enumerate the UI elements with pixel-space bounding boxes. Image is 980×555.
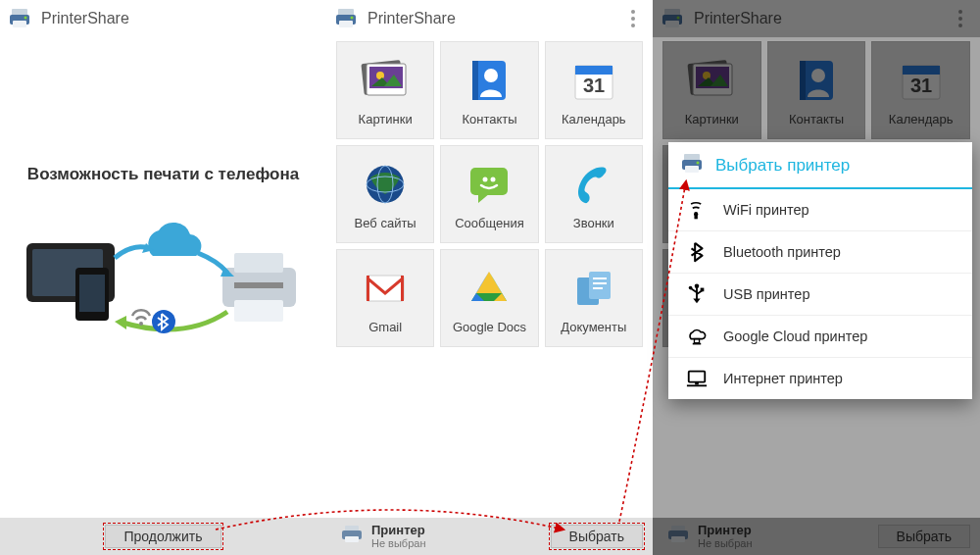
app-title: PrinterShare (368, 10, 456, 27)
tile-docs[interactable]: Документы (545, 249, 643, 347)
cloud-icon (684, 326, 710, 347)
printer-icon (680, 152, 706, 179)
tile-label: Календарь (889, 112, 954, 126)
printer-status: Принтер Не выбран (340, 524, 551, 549)
tile-web[interactable]: Веб сайты (336, 145, 434, 243)
header: PrinterShare (653, 0, 980, 37)
popup-item-cloud[interactable]: Google Cloud принтер (668, 316, 972, 358)
contacts-icon (791, 55, 842, 106)
docs-icon (568, 263, 619, 314)
calendar-icon (568, 55, 619, 106)
pictures-icon (686, 55, 737, 106)
printer-status: Принтер Не выбран (666, 524, 878, 549)
panel-intro: PrinterShare Возможность печати с телефо… (0, 0, 326, 555)
contacts-icon (464, 55, 514, 106)
select-printer-button[interactable]: Выбрать (878, 525, 970, 548)
svg-point-65 (139, 322, 143, 326)
gmail-icon (360, 263, 411, 314)
tile-gdocs[interactable]: Google Docs (440, 249, 538, 347)
tile-label: Контакты (789, 112, 844, 126)
bottom-bar: Продолжить (0, 518, 326, 555)
header: PrinterShare (326, 0, 653, 37)
tile-pictures[interactable]: Картинки (336, 41, 434, 139)
intro-content: Возможность печати с телефона (0, 37, 326, 518)
tile-label: Картинки (685, 112, 739, 126)
printer-status-text: Не выбран (698, 537, 752, 549)
wifi-icon (684, 199, 710, 221)
tile-calls[interactable]: Звонки (545, 145, 643, 243)
calendar-icon (896, 55, 947, 106)
tile-label: Контакты (462, 112, 516, 126)
printer-icon (340, 525, 364, 548)
pictures-icon (360, 55, 411, 106)
app-title: PrinterShare (694, 10, 782, 27)
svg-rect-61 (234, 282, 283, 288)
tile-pictures[interactable]: Картинки (662, 41, 761, 139)
bluetooth-icon (684, 241, 710, 263)
messages-icon (464, 159, 514, 210)
continue-button[interactable]: Продолжить (105, 525, 220, 548)
popup-item-internet[interactable]: Интернет принтер (668, 358, 972, 399)
tile-label: Звонки (573, 216, 614, 230)
calls-icon (568, 159, 619, 210)
tile-label: Gmail (368, 320, 402, 334)
printer-heading: Принтер (371, 524, 425, 537)
tile-label: Календарь (562, 112, 626, 126)
content-grid: КартинкиКонтактыКалендарьВеб сайтыСообще… (336, 41, 643, 347)
app-icon (661, 7, 686, 30)
web-icon (360, 159, 411, 210)
panel-main: PrinterShare КартинкиКонтактыКалендарьВе… (326, 0, 653, 555)
tile-label: Веб сайты (355, 216, 416, 230)
tile-gmail[interactable]: Gmail (336, 249, 434, 347)
overflow-menu-icon[interactable] (949, 7, 972, 30)
svg-rect-59 (234, 253, 283, 273)
popup-item-label: Google Cloud принтер (723, 328, 867, 344)
popup-item-bluetooth[interactable]: Bluetooth принтер (668, 231, 972, 274)
svg-rect-57 (79, 275, 105, 312)
app-icon (8, 7, 33, 30)
select-printer-button[interactable]: Выбрать (551, 525, 643, 548)
popup-item-label: WiFi принтер (723, 202, 809, 218)
bottom-bar: Принтер Не выбран Выбрать (326, 518, 653, 555)
select-printer-popup: Выбрать принтер WiFi принтерBluetooth пр… (668, 142, 972, 399)
popup-item-usb[interactable]: USB принтер (668, 274, 972, 316)
tile-calendar[interactable]: Календарь (871, 41, 970, 139)
tile-label: Документы (561, 320, 626, 334)
app-icon (334, 7, 360, 30)
tile-label: Сообщения (455, 216, 524, 230)
popup-title: Выбрать принтер (715, 156, 850, 176)
popup-item-label: USB принтер (723, 286, 809, 302)
svg-marker-64 (115, 316, 126, 329)
panel-popup: PrinterShare КартинкиКонтактыКалендарьВе… (653, 0, 980, 555)
bottom-bar: Принтер Не выбран Выбрать (653, 518, 980, 555)
usb-icon (684, 283, 710, 305)
svg-rect-60 (234, 300, 283, 322)
popup-header: Выбрать принтер (668, 142, 972, 189)
gdocs-icon (464, 263, 514, 314)
popup-item-label: Интернет принтер (723, 371, 843, 386)
tile-messages[interactable]: Сообщения (440, 145, 538, 243)
tile-calendar[interactable]: Календарь (545, 41, 643, 139)
printer-heading: Принтер (698, 524, 752, 537)
printer-icon (666, 525, 690, 548)
tile-label: Google Docs (453, 320, 526, 334)
intro-slogan: Возможность печати с телефона (27, 165, 299, 184)
app-title: PrinterShare (41, 10, 129, 27)
tile-contacts[interactable]: Контакты (440, 41, 538, 139)
popup-item-wifi[interactable]: WiFi принтер (668, 189, 972, 231)
internet-icon (684, 368, 710, 389)
header: PrinterShare (0, 0, 326, 37)
popup-item-label: Bluetooth принтер (723, 244, 841, 260)
tile-contacts[interactable]: Контакты (767, 41, 866, 139)
overflow-menu-icon[interactable] (621, 7, 645, 30)
printer-status-text: Не выбран (371, 537, 425, 549)
intro-illustration (17, 214, 311, 361)
tile-label: Картинки (359, 112, 413, 126)
